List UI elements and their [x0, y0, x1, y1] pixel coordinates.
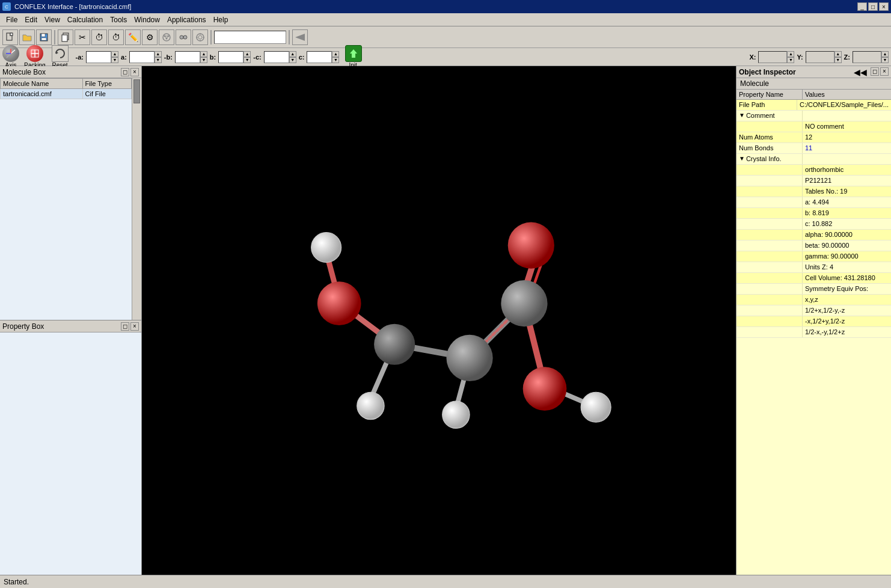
scrollbar-thumb[interactable]	[133, 79, 140, 103]
oi-row-num-bonds[interactable]: Num Bonds 11	[736, 143, 891, 154]
title-bar: C CONFLEX Interface - [tartronicacid.cmf…	[0, 0, 891, 13]
oi-restore[interactable]: ◻	[871, 67, 879, 76]
oi-row-filepath[interactable]: File Path C:/CONFLEX/Sample_Files/...	[736, 100, 891, 111]
oi-value-orthorhombic: orthorhombic	[803, 165, 891, 175]
tool5-button[interactable]: ✏️	[125, 29, 141, 45]
maximize-button[interactable]: □	[868, 2, 878, 11]
status-bar: Started.	[0, 575, 891, 588]
svg-point-52	[508, 222, 554, 268]
menu-window[interactable]: Window	[130, 14, 164, 25]
save-button[interactable]	[36, 29, 52, 45]
oi-value-xyz: x,y,z	[803, 295, 891, 305]
svg-point-46	[311, 233, 341, 263]
search-input[interactable]	[214, 31, 286, 44]
oi-row-num-atoms[interactable]: Num Atoms 12	[736, 132, 891, 143]
oi-name-num-bonds: Num Bonds	[736, 143, 803, 153]
b-spinbox[interactable]: 1.0 ▲▼	[218, 51, 251, 63]
tool8-button[interactable]	[176, 29, 191, 45]
neg-a-input[interactable]: 0.0	[86, 51, 111, 63]
tool3-button[interactable]: ⏱	[91, 29, 107, 45]
oi-row-comment[interactable]: ▼ Comment	[736, 111, 891, 121]
x-spinbox[interactable]: 0.0 ▲▼	[758, 51, 794, 63]
z-input[interactable]: 0.0	[853, 51, 881, 63]
open-button[interactable]	[19, 29, 35, 45]
new-button[interactable]	[2, 29, 18, 45]
oi-expand-arrow[interactable]: ◀◀	[854, 67, 867, 77]
copy-button[interactable]	[58, 29, 73, 45]
molecule-box-scrollbar[interactable]	[132, 78, 141, 320]
svg-point-7	[163, 34, 170, 41]
tool7-button[interactable]	[159, 29, 174, 45]
a-input[interactable]: 1.0	[129, 51, 155, 63]
menu-file[interactable]: File	[2, 14, 21, 25]
neg-a-spinbox[interactable]: 0.0 ▲▼	[86, 51, 118, 63]
a-spinbox[interactable]: 1.0 ▲▼	[129, 51, 162, 63]
oi-row-tables-no: Tables No.: 19	[736, 186, 891, 197]
z-coord-label: Z:	[844, 54, 850, 61]
tool6-button[interactable]: ⚙	[142, 29, 158, 45]
minimize-button[interactable]: _	[857, 2, 867, 11]
oi-value-beta: beta: 90.00000	[803, 240, 891, 251]
reset-button[interactable]: Reset	[52, 45, 69, 69]
b-input[interactable]: 1.0	[218, 51, 243, 63]
oi-value-a: a: 4.494	[803, 197, 891, 207]
oi-name-comment: ▼ Comment	[736, 111, 803, 121]
target-button[interactable]	[192, 29, 208, 45]
oi-row-p212121: P212121	[736, 176, 891, 186]
molecule-box-restore[interactable]: ◻	[121, 68, 129, 76]
property-box-restore[interactable]: ◻	[121, 322, 129, 331]
svg-rect-1	[10, 33, 13, 35]
b-label: b:	[210, 54, 216, 61]
c-spinbox[interactable]: 1.0 ▲▼	[307, 51, 339, 63]
init-button[interactable]: Init.	[345, 45, 362, 69]
svg-rect-33	[352, 54, 355, 58]
oi-close[interactable]: ×	[880, 67, 889, 76]
comment-expand-icon[interactable]: ▼	[739, 112, 745, 118]
y-spinbox[interactable]: 0.0 ▲▼	[806, 51, 842, 63]
tool4-button[interactable]: ⏱	[108, 29, 124, 45]
svg-point-48	[374, 324, 415, 365]
viewport[interactable]	[142, 66, 736, 575]
toolbar-separator-2	[210, 30, 212, 44]
send-button[interactable]	[292, 29, 308, 45]
svg-rect-27	[31, 50, 35, 54]
svg-rect-34	[142, 71, 736, 569]
x-input[interactable]: 0.0	[758, 51, 787, 63]
toolbar-separator-1	[54, 30, 55, 44]
neg-c-input[interactable]: 0.0	[264, 51, 289, 63]
oi-row-no-comment: NO comment	[736, 121, 891, 132]
neg-b-input[interactable]: 0.0	[175, 51, 200, 63]
property-box-close[interactable]: ×	[130, 322, 139, 331]
mol-row-name: tartronicacid.cmf	[1, 89, 83, 99]
oi-col-name-header: Property Name	[736, 90, 803, 99]
oi-value-symm1: 1/2+x,1/2-y,-z	[803, 305, 891, 316]
molecule-box-content: Molecule Name File Type tartronicacid.cm…	[0, 78, 141, 320]
menu-edit[interactable]: Edit	[21, 14, 41, 25]
menu-tools[interactable]: Tools	[106, 14, 130, 25]
menu-applications[interactable]: Applications	[164, 14, 210, 25]
molecule-box-close[interactable]: ×	[130, 68, 139, 76]
svg-line-23	[11, 50, 15, 54]
scissors-button[interactable]: ✂	[75, 29, 90, 45]
oi-row-crystal-info[interactable]: ▼ Crystal Info.	[736, 154, 891, 165]
crystal-expand-icon[interactable]: ▼	[739, 155, 745, 162]
table-row[interactable]: tartronicacid.cmf Cif File	[1, 89, 132, 99]
menu-calculation[interactable]: Calculation	[64, 14, 106, 25]
toolbar: ✂ ⏱ ⏱ ✏️ ⚙	[0, 26, 891, 48]
oi-row-c-value: c: 10.882	[736, 219, 891, 230]
menu-view[interactable]: View	[41, 14, 64, 25]
c-input[interactable]: 1.0	[307, 51, 332, 63]
z-spinbox[interactable]: 0.0 ▲▼	[853, 51, 889, 63]
neg-c-spinbox[interactable]: 0.0 ▲▼	[264, 51, 296, 63]
y-input[interactable]: 0.0	[806, 51, 834, 63]
close-button[interactable]: ×	[879, 2, 889, 11]
a-label: a:	[121, 54, 127, 61]
axis-button[interactable]: Axis	[2, 45, 19, 69]
menu-help[interactable]: Help	[210, 14, 232, 25]
oi-row-symm1: 1/2+x,1/2-y,-z	[736, 305, 891, 316]
neg-b-spinbox[interactable]: 0.0 ▲▼	[175, 51, 207, 63]
window-title: CONFLEX Interface - [tartronicacid.cmf]	[14, 3, 131, 10]
oi-row-xyz: x,y,z	[736, 295, 891, 305]
oi-controls: ◀◀ ◻ ×	[854, 67, 889, 77]
packing-button[interactable]: Packing	[24, 45, 46, 69]
